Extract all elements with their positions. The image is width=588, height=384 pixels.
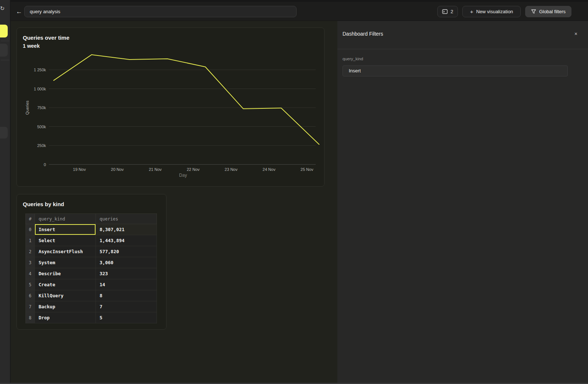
query-kind-cell[interactable]: AsyncInsertFlush xyxy=(35,246,96,257)
table-header-row: # query_kind queries xyxy=(26,214,157,224)
queries-by-kind-table: # query_kind queries 0Insert8,307,0211Se… xyxy=(25,213,157,323)
filters-panel-title: Dashboard Filters xyxy=(343,31,383,37)
refresh-icon[interactable]: ↻ xyxy=(0,5,5,12)
x-tick-label: 22 Nov xyxy=(187,167,200,172)
chart-card-queries-over-time: Queries over time 1 week 0250k500k750k1 … xyxy=(17,28,325,187)
row-index-cell[interactable]: 4 xyxy=(26,268,35,279)
console-count: 2 xyxy=(451,9,453,14)
queries-count-cell[interactable]: 8,307,021 xyxy=(96,224,157,235)
column-header-index: # xyxy=(26,214,35,224)
queries-count-cell[interactable]: 8 xyxy=(96,290,157,301)
y-tick-label: 0 xyxy=(44,162,46,167)
x-tick-label: 25 Nov xyxy=(301,167,313,172)
funnel-icon xyxy=(531,9,536,14)
queries-count-cell[interactable]: 14 xyxy=(96,279,157,290)
filter-query-kind-select[interactable]: Insert xyxy=(343,65,568,76)
top-bar: ← 2 + New visualization Global filters xyxy=(11,0,588,21)
table-row: 5Create14 xyxy=(26,279,157,290)
queries-series-line[interactable] xyxy=(54,55,319,144)
sidebar: ↻ xyxy=(0,0,11,384)
row-index-cell[interactable]: 7 xyxy=(26,301,35,312)
table-row: 8Drop5 xyxy=(26,312,157,323)
sidebar-item-dashboard[interactable] xyxy=(0,127,8,139)
y-tick-label: 750k xyxy=(37,105,46,110)
x-tick-label: 19 Nov xyxy=(73,167,86,172)
table-row: 0Insert8,307,021 xyxy=(26,224,157,235)
sidebar-divider xyxy=(1,60,10,60)
table-row: 3System3,060 xyxy=(26,257,157,268)
y-tick-label: 1 250k xyxy=(34,68,46,72)
query-kind-cell[interactable]: Backup xyxy=(35,301,96,312)
table-row: 4Describe323 xyxy=(26,268,157,279)
dashboard-canvas: Queries over time 1 week 0250k500k750k1 … xyxy=(11,21,337,384)
query-kind-cell[interactable]: Drop xyxy=(35,312,96,323)
row-index-cell[interactable]: 8 xyxy=(26,312,35,323)
column-header-query-kind: query_kind xyxy=(35,214,96,224)
table-row: 2AsyncInsertFlush577,820 xyxy=(26,246,157,257)
close-icon[interactable]: × xyxy=(573,30,579,37)
filter-field-label: query_kind xyxy=(343,57,363,61)
table-row: 6KillQuery8 xyxy=(26,290,157,301)
query-kind-cell[interactable]: Insert xyxy=(35,224,96,235)
console-count-button[interactable]: 2 xyxy=(437,6,458,17)
new-visualization-button[interactable]: + New visualization xyxy=(462,6,521,17)
new-visualization-label: New visualization xyxy=(476,9,513,14)
terminal-icon xyxy=(442,9,448,14)
queries-count-cell[interactable]: 1,443,894 xyxy=(96,235,157,246)
x-tick-label: 24 Nov xyxy=(263,167,276,172)
global-filters-label: Global filters xyxy=(539,9,566,14)
row-index-cell[interactable]: 1 xyxy=(26,235,35,246)
x-tick-label: 20 Nov xyxy=(111,167,124,172)
global-filters-button[interactable]: Global filters xyxy=(525,6,571,17)
query-kind-cell[interactable]: Create xyxy=(35,279,96,290)
queries-count-cell[interactable]: 3,060 xyxy=(96,257,157,268)
y-tick-label: 500k xyxy=(37,125,46,129)
table-row: 7Backup7 xyxy=(26,301,157,312)
queries-count-cell[interactable]: 5 xyxy=(96,312,157,323)
row-index-cell[interactable]: 2 xyxy=(26,246,35,257)
x-tick-label: 23 Nov xyxy=(225,167,237,172)
row-index-cell[interactable]: 6 xyxy=(26,290,35,301)
query-kind-cell[interactable]: Describe xyxy=(35,268,96,279)
table-card-queries-by-kind: Queries by kind # query_kind queries 0In… xyxy=(17,194,166,330)
query-kind-cell[interactable]: KillQuery xyxy=(35,290,96,301)
row-index-cell[interactable]: 3 xyxy=(26,257,35,268)
row-index-cell[interactable]: 0 xyxy=(26,224,35,235)
plus-icon: + xyxy=(470,9,473,14)
window-top-edge xyxy=(11,0,588,2)
row-index-cell[interactable]: 5 xyxy=(26,279,35,290)
query-kind-cell[interactable]: System xyxy=(35,257,96,268)
table-row: 1Select1,443,894 xyxy=(26,235,157,246)
y-tick-label: 250k xyxy=(37,143,46,148)
line-chart: 0250k500k750k1 000k1 250k19 Nov20 Nov21 … xyxy=(17,28,325,187)
sidebar-item-dashboard[interactable] xyxy=(0,44,8,57)
x-tick-label: 21 Nov xyxy=(149,167,162,172)
y-tick-label: 1 000k xyxy=(34,87,46,91)
query-kind-cell[interactable]: Select xyxy=(35,235,96,246)
queries-count-cell[interactable]: 323 xyxy=(96,268,157,279)
back-button[interactable]: ← xyxy=(14,8,24,16)
table-title: Queries by kind xyxy=(23,201,64,207)
queries-count-cell[interactable]: 577,820 xyxy=(96,246,157,257)
dashboard-filters-panel: Dashboard Filters × query_kind Insert xyxy=(337,21,588,384)
x-axis-title: Day xyxy=(179,173,187,178)
queries-count-cell[interactable]: 7 xyxy=(96,301,157,312)
column-header-queries: queries xyxy=(96,214,157,224)
panel-divider xyxy=(337,49,588,49)
y-axis-title: Queries xyxy=(25,100,29,115)
sidebar-divider xyxy=(1,41,10,41)
dashboard-title-input[interactable] xyxy=(24,6,297,17)
sidebar-item-active-dashboard[interactable] xyxy=(0,25,8,37)
